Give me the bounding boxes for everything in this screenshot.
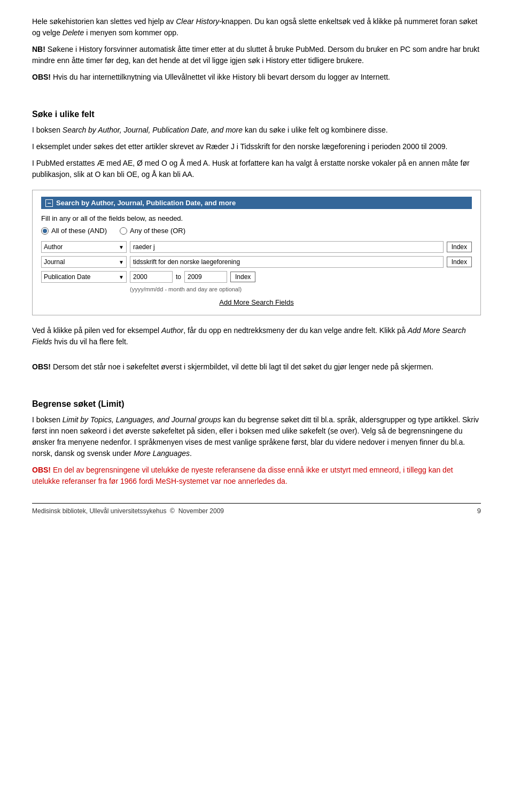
page-content: Hele søkehistorien kan slettes ved hjelp… <box>0 0 513 547</box>
obs3-label: OBS! <box>32 466 51 474</box>
section2-heading: Begrense søket (Limit) <box>32 399 481 409</box>
author-field-select[interactable]: Author ▼ <box>41 241 127 253</box>
search-box-title-text: Search by Author, Journal, Publication D… <box>56 199 236 207</box>
obs2-paragraph: OBS! Dersom det står noe i søkefeltet øv… <box>32 361 481 373</box>
radio-or-label: Any of these (OR) <box>130 227 185 235</box>
journal-index-button[interactable]: Index <box>447 257 472 267</box>
obs3-paragraph: OBS! En del av begrensningene vil uteluk… <box>32 465 481 487</box>
section1-heading: Søke i ulike felt <box>32 110 481 119</box>
footer-left-text: Medisinsk bibliotek, Ullevål universitet… <box>32 507 224 515</box>
radio-and-label: All of these (AND) <box>51 227 107 235</box>
journal-input[interactable] <box>130 256 444 268</box>
pubdate-from-input[interactable] <box>130 271 173 283</box>
footer-symbol: © <box>170 507 175 515</box>
paragraph-1: Hele søkehistorien kan slettes ved hjelp… <box>32 16 481 38</box>
obs1-text: Hvis du har internettilknytning via Ulle… <box>51 73 390 81</box>
radio-and-dot[interactable] <box>41 227 49 235</box>
obs2-text: Dersom det står noe i søkefeltet øverst … <box>51 362 433 371</box>
author-row: Author ▼ Index <box>41 241 472 253</box>
pubdate-hint: (yyyy/mm/dd - month and day are optional… <box>130 286 472 292</box>
pubdate-field-select[interactable]: Publication Date ▼ <box>41 271 127 283</box>
add-more-link[interactable]: Add More Search Fields <box>41 298 472 306</box>
pubdate-row: Publication Date ▼ to Index <box>41 271 472 283</box>
section1-paragraph1: I boksen Search by Author, Journal, Publ… <box>32 125 481 136</box>
journal-label: Journal <box>44 258 65 266</box>
journal-row: Journal ▼ Index <box>41 256 472 268</box>
pubdate-to-label: to <box>176 273 181 281</box>
search-box-subtitle: Fill in any or all of the fields below, … <box>41 214 472 222</box>
after-box-paragraph1: Ved å klikke på pilen ved for eksempel A… <box>32 325 481 347</box>
radio-or-dot[interactable] <box>120 227 127 235</box>
footer-institution: Medisinsk bibliotek, Ullevål universitet… <box>32 507 166 515</box>
section2-paragraph1: I boksen Limit by Topics, Languages, and… <box>32 414 481 459</box>
journal-field-select[interactable]: Journal ▼ <box>41 256 127 268</box>
footer: Medisinsk bibliotek, Ullevål universitet… <box>32 503 481 515</box>
search-box: − Search by Author, Journal, Publication… <box>32 190 481 315</box>
pubdate-label: Publication Date <box>44 273 90 281</box>
search-box-title-bar: − Search by Author, Journal, Publication… <box>41 197 472 209</box>
author-input[interactable] <box>130 241 444 253</box>
pubdate-index-button[interactable]: Index <box>230 272 255 282</box>
footer-date: November 2009 <box>178 507 224 515</box>
add-more-anchor[interactable]: Add More Search Fields <box>219 298 293 306</box>
pubdate-to-input[interactable] <box>184 271 227 283</box>
page-number: 9 <box>477 507 481 515</box>
pubdate-chevron-icon: ▼ <box>119 274 124 280</box>
paragraph-2: NB! Søkene i History forsvinner automati… <box>32 44 481 66</box>
obs1-label: OBS! <box>32 73 51 81</box>
radio-or[interactable]: Any of these (OR) <box>120 227 185 235</box>
paragraph-obs1: OBS! Hvis du har internettilknytning via… <box>32 72 481 83</box>
radio-row: All of these (AND) Any of these (OR) <box>41 227 472 235</box>
section1-paragraph2: I eksemplet under søkes det etter artikl… <box>32 141 481 152</box>
author-index-button[interactable]: Index <box>447 242 472 252</box>
journal-chevron-icon: ▼ <box>119 259 124 265</box>
author-chevron-icon: ▼ <box>119 244 124 250</box>
obs3-text: En del av begrensningene vil utelukke de… <box>32 466 453 485</box>
section1-paragraph3: I PubMed erstattes Æ med AE, Ø med O og … <box>32 158 481 180</box>
radio-and[interactable]: All of these (AND) <box>41 227 107 235</box>
obs2-label: OBS! <box>32 362 51 371</box>
author-label: Author <box>44 243 63 251</box>
collapse-icon[interactable]: − <box>45 199 53 207</box>
